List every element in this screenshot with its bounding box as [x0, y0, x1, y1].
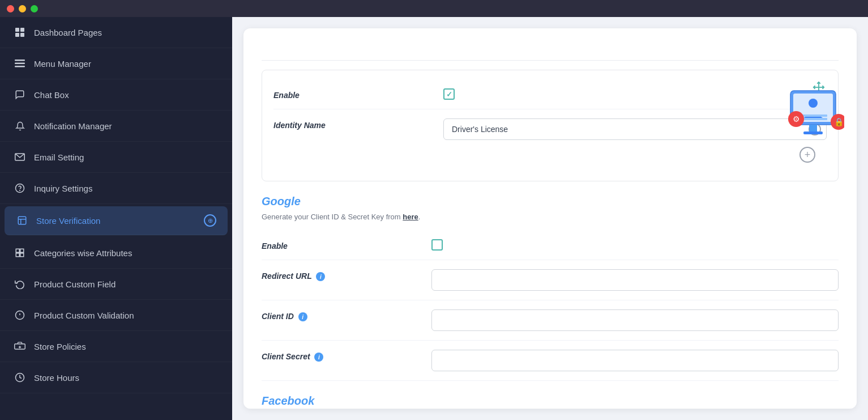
- top-partial-section: [262, 44, 839, 61]
- close-dot[interactable]: [7, 5, 14, 12]
- svg-rect-6: [15, 66, 25, 67]
- sidebar-item-store-policies-label: Store Policies: [34, 342, 219, 351]
- svg-point-9: [20, 190, 20, 190]
- google-client-secret-input[interactable]: [431, 350, 839, 371]
- sidebar-item-dashboard-pages-label: Dashboard Pages: [34, 28, 219, 37]
- email-setting-icon: [14, 151, 26, 163]
- content-card: Enable Identity Name ×: [243, 28, 857, 409]
- google-client-secret-control: [431, 350, 839, 371]
- enable-control: [443, 88, 827, 100]
- maximize-dot[interactable]: [31, 5, 38, 12]
- dashboard-pages-icon: [14, 26, 26, 39]
- svg-rect-0: [15, 28, 19, 32]
- svg-rect-13: [16, 249, 19, 252]
- google-enable-control: [431, 239, 839, 251]
- sidebar-item-inquiry-settings[interactable]: Inquiry Settings: [0, 173, 232, 204]
- menu-manager-icon: [14, 57, 26, 70]
- identity-name-label: Identity Name: [273, 118, 443, 130]
- enable-row: Enable: [273, 79, 827, 109]
- product-custom-field-icon: [14, 278, 26, 290]
- sidebar-item-store-verification[interactable]: Store Verification ⊕: [5, 206, 228, 235]
- svg-rect-5: [15, 63, 25, 65]
- sidebar-item-inquiry-settings-label: Inquiry Settings: [34, 184, 219, 193]
- google-client-id-input[interactable]: [431, 309, 839, 331]
- svg-rect-4: [15, 60, 25, 61]
- sidebar-item-notification-manager-label: Notification Manager: [34, 121, 219, 131]
- store-verification-icon: [16, 214, 28, 227]
- enable-checkbox[interactable]: [443, 88, 455, 100]
- product-custom-validation-icon: [14, 309, 26, 321]
- svg-rect-10: [18, 217, 26, 224]
- identity-section: Enable Identity Name ×: [262, 70, 839, 181]
- sidebar-item-product-custom-field[interactable]: Product Custom Field: [0, 269, 232, 300]
- sidebar-item-menu-manager[interactable]: Menu Manager: [0, 48, 232, 79]
- identity-name-input-wrapper: ×: [443, 118, 827, 140]
- minimize-dot[interactable]: [19, 5, 26, 12]
- google-title: Google: [262, 195, 839, 208]
- svg-rect-15: [16, 253, 19, 257]
- google-client-id-label: Client ID i: [262, 309, 431, 321]
- app-container: Dashboard Pages Menu Manager Chat Box: [0, 0, 868, 420]
- svg-rect-3: [20, 33, 24, 37]
- google-redirect-url-label: Redirect URL i: [262, 269, 431, 281]
- google-description: Generate your Client ID & Secret Key fro…: [262, 213, 839, 221]
- sidebar-item-menu-manager-label: Menu Manager: [34, 59, 219, 69]
- google-section: Google Generate your Client ID & Secret …: [262, 195, 839, 381]
- categories-attributes-icon: [14, 247, 26, 259]
- facebook-title: Facebook: [262, 394, 839, 408]
- sidebar-item-dashboard-pages[interactable]: Dashboard Pages: [0, 17, 232, 48]
- sidebar-item-categories-wise-attributes-label: Categories wise Attributes: [34, 248, 219, 258]
- client-id-info-icon[interactable]: i: [298, 312, 307, 321]
- move-handle-icon[interactable]: [811, 79, 827, 95]
- sidebar-item-notification-manager[interactable]: Notification Manager: [0, 111, 232, 142]
- sidebar-item-store-hours-label: Store Hours: [34, 373, 219, 383]
- google-client-id-control: [431, 309, 839, 331]
- identity-name-control: ×: [443, 118, 827, 140]
- google-enable-label: Enable: [262, 239, 431, 251]
- add-identity-button[interactable]: +: [799, 147, 815, 163]
- sidebar-item-store-hours[interactable]: Store Hours: [0, 362, 232, 393]
- window-chrome: [0, 0, 868, 17]
- identity-card: Enable Identity Name ×: [262, 70, 839, 181]
- google-redirect-url-control: [431, 269, 839, 291]
- google-client-id-row: Client ID i: [262, 300, 839, 341]
- client-secret-info-icon[interactable]: i: [314, 353, 323, 362]
- google-redirect-url-row: Redirect URL i: [262, 260, 839, 300]
- store-verification-badge: ⊕: [204, 214, 216, 227]
- facebook-section: Facebook Generate your Client ID & Secre…: [262, 394, 839, 409]
- google-description-link[interactable]: here: [403, 213, 418, 221]
- notification-manager-icon: [14, 120, 26, 132]
- sidebar-item-email-setting[interactable]: Email Setting: [0, 142, 232, 173]
- google-enable-checkbox[interactable]: [431, 239, 443, 251]
- svg-rect-14: [20, 249, 24, 252]
- svg-rect-16: [20, 253, 24, 257]
- google-client-secret-row: Client Secret i: [262, 341, 839, 381]
- identity-name-row: Identity Name ×: [273, 109, 827, 149]
- main-content: Enable Identity Name ×: [232, 17, 868, 420]
- identity-name-clear-button[interactable]: ×: [809, 123, 821, 135]
- sidebar-item-store-verification-label: Store Verification: [36, 216, 196, 226]
- google-client-secret-label: Client Secret i: [262, 350, 431, 362]
- redirect-url-info-icon[interactable]: i: [316, 272, 325, 281]
- svg-rect-2: [15, 33, 19, 37]
- inquiry-settings-icon: [14, 182, 26, 194]
- sidebar-item-categories-wise-attributes[interactable]: Categories wise Attributes: [0, 237, 232, 269]
- sidebar-item-product-custom-validation-label: Product Custom Validation: [34, 311, 219, 320]
- chat-box-icon: [14, 88, 26, 101]
- store-policies-icon: [14, 340, 26, 353]
- google-redirect-url-input[interactable]: [431, 269, 839, 291]
- svg-rect-1: [20, 28, 24, 32]
- sidebar-item-chat-box[interactable]: Chat Box: [0, 79, 232, 111]
- identity-name-input[interactable]: [443, 118, 827, 140]
- sidebar: Dashboard Pages Menu Manager Chat Box: [0, 17, 232, 420]
- sidebar-item-product-custom-validation[interactable]: Product Custom Validation: [0, 300, 232, 331]
- sidebar-item-store-policies[interactable]: Store Policies: [0, 331, 232, 362]
- google-description-text: Generate your Client ID & Secret Key fro…: [262, 213, 403, 221]
- enable-label: Enable: [273, 88, 443, 100]
- sidebar-item-product-custom-field-label: Product Custom Field: [34, 279, 219, 289]
- store-hours-icon: [14, 371, 26, 384]
- sidebar-item-chat-box-label: Chat Box: [34, 90, 219, 100]
- sidebar-item-email-setting-label: Email Setting: [34, 152, 219, 162]
- google-enable-row: Enable: [262, 230, 839, 260]
